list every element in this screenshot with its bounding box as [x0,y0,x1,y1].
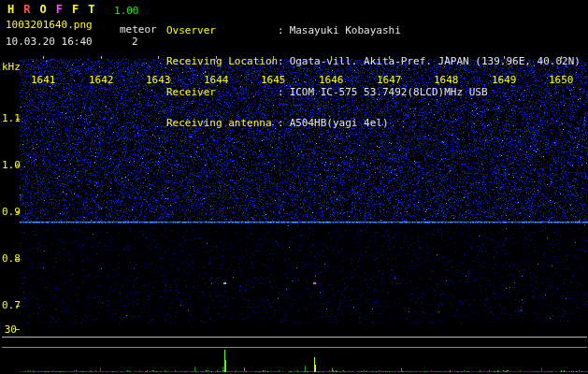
filename-label: 1003201640.png [6,20,93,30]
app-title-letter: O [39,3,55,16]
time-tick-label: 1641 [31,75,56,85]
app-title: HROFFT [7,5,104,15]
info-label: Ovserver [166,25,278,36]
mode-label: meteor [120,24,157,35]
info-value: ICOM IC-575 53.7492(8LCD)MHz USB [290,86,488,98]
info-label: Receiving antenna [166,118,278,128]
info-row-observer: Ovserver:Masayuki Kobayashi [166,25,581,36]
freq-tick-label: 0.7 [2,300,17,310]
time-tick-label: 1644 [204,75,229,85]
time-tick-label: 1647 [377,75,402,85]
info-label: Receiver [166,87,278,97]
app-title-letter: F [72,3,88,16]
info-value: Masayuki Kobayashi [290,24,401,36]
info-label: Receiving Location [166,56,278,66]
info-value: A504HB(yagi 4el) [290,117,389,129]
app-title-letter: T [88,3,104,16]
info-colon: : [278,55,284,67]
app-title-letter: H [7,3,23,16]
info-colon: : [278,24,284,36]
time-tick-label: 1650 [549,75,574,85]
freq-tick-label: 0.9 [2,207,17,217]
time-tick-label: 1642 [89,75,114,85]
time-tick-label: 1649 [492,75,517,85]
time-tick-label: 1648 [434,75,459,85]
meteor-count: 2 [132,36,138,47]
freq-tick-label: 1.1 [2,113,17,123]
info-row-location: Receiving Location:Ogata-vill. Akita-Pre… [166,56,581,66]
app-title-letter: R [23,3,39,16]
info-row-antenna: Receiving antenna:A504HB(yagi 4el) [166,118,581,128]
time-tick-label: 1643 [146,75,171,85]
freq-tick-label: 1.0 [2,160,17,170]
info-colon: : [278,86,284,98]
freq-axis-unit: kHz [2,62,21,72]
time-tick-label: 1645 [261,75,286,85]
power-axis-label: 30 [2,324,17,335]
freq-tick-label: 0.8 [2,253,17,264]
datetime-label: 10.03.20 16:40 [6,36,93,47]
info-row-receiver: Receiver:ICOM IC-575 53.7492(8LCD)MHz US… [166,87,581,97]
info-value: Ogata-vill. Akita-Pref. JAPAN (139.96E, … [290,55,581,67]
app-title-letter: F [56,3,72,16]
hrofft-screen: HROFFT 1.00 1003201640.png meteor 10.03.… [0,0,588,374]
version-label: 1.00 [114,6,139,16]
time-tick-label: 1646 [319,75,344,85]
info-colon: : [278,117,284,129]
